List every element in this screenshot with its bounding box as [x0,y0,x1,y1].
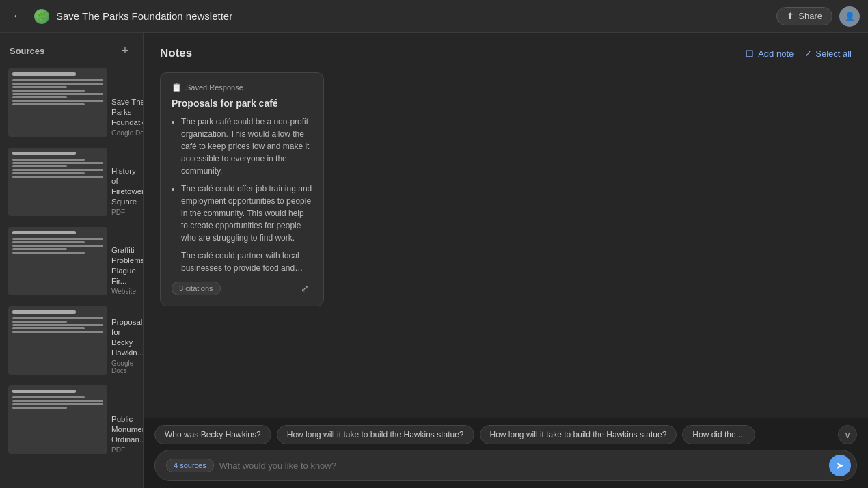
select-all-icon: ✓ [804,49,812,59]
select-all-label: Select all [815,49,852,59]
sidebar-item-source-2[interactable]: History of Firetower SquarePDF✓ [5,145,137,219]
sidebar-title: Sources [10,46,44,56]
sidebar-item-source-4[interactable]: Proposal for Becky Hawkin...Google Docs✓ [5,303,137,377]
add-note-icon: ☐ [746,49,754,59]
input-row: 4 sources ➤ [154,450,857,481]
citations-badge[interactable]: 3 citations [172,282,221,295]
add-source-button[interactable]: + [117,42,133,59]
select-all-button[interactable]: ✓ Select all [804,49,852,59]
note-bullet-3: The café could partner with local busine… [181,249,312,274]
share-label: Share [798,11,822,21]
source-thumb-source-2 [8,148,107,216]
sources-badge[interactable]: 4 sources [166,459,214,472]
saved-response-icon: 📋 [172,83,182,92]
source-type-source-4: Google Docs [111,360,144,375]
note-card: 📋 Saved Response Proposals for park café… [160,72,324,306]
source-type-source-5: PDF [111,446,144,454]
note-card-body: The park café could be a non-profit orga… [172,116,312,274]
source-type-source-3: Website [111,288,144,295]
note-card-footer: 3 citations ⤢ [172,281,312,296]
send-button[interactable]: ➤ [829,455,851,476]
source-name-source-3: Graffiti Problems Plague Fir... [111,245,144,286]
logo-icon: 🌿 [37,12,46,21]
suggested-questions: Who was Becky Hawkins?How long will it t… [154,425,857,444]
source-name-source-4: Proposal for Becky Hawkin... [111,317,144,358]
add-note-label: Add note [758,49,794,59]
source-name-source-5: Public Monuments Ordinan... [111,414,144,445]
expand-icon: ⤢ [301,283,309,294]
note-bullets-list: The park café could be a non-profit orga… [172,116,312,274]
notes-title: Notes [160,46,192,60]
sources-list: Save The Parks Foundation...Google Docs✓… [5,66,137,457]
notes-actions: ☐ Add note ✓ Select all [746,49,852,59]
bottom-bar: Who was Becky Hawkins?How long will it t… [144,418,868,488]
back-icon: ← [12,9,24,23]
chat-input[interactable] [219,461,824,471]
topbar: ← 🌿 Save The Parks Foundation newsletter… [0,0,868,33]
avatar-initials: 👤 [845,12,855,21]
notes-header: Notes ☐ Add note ✓ Select all [160,46,852,60]
source-type-source-2: PDF [111,208,144,216]
source-name-source-2: History of Firetower Square [111,166,144,207]
chevron-down-icon: ∨ [844,429,851,440]
share-icon: ⬆ [787,11,794,21]
note-tag-label: Saved Response [186,83,243,92]
sidebar-item-source-1[interactable]: Save The Parks Foundation...Google Docs✓ [5,66,137,139]
suggestion-chip-2[interactable]: How long will it take to build the Hawki… [277,425,474,444]
page-title: Save The Parks Foundation newsletter [56,10,770,22]
note-bullet-1: The park café could be a non-profit orga… [181,116,312,177]
note-bullet-2: The café could offer job training and em… [181,182,312,244]
back-button[interactable]: ← [8,7,27,26]
expand-button[interactable]: ⤢ [297,281,312,296]
sidebar-header: Sources + [5,40,137,66]
suggestion-chips: Who was Becky Hawkins?How long will it t… [154,425,832,444]
avatar[interactable]: 👤 [839,6,860,27]
sidebar-item-source-5[interactable]: Public Monuments Ordinan...PDF✓ [5,383,137,457]
sidebar: Sources + Save The Parks Foundation...Go… [0,33,144,488]
source-thumb-source-5 [8,385,107,454]
suggestion-chip-3[interactable]: How long will it take to build the Hawki… [480,425,677,444]
source-name-source-1: Save The Parks Foundation... [111,97,144,128]
sidebar-item-source-3[interactable]: Graffiti Problems Plague Fir...Website✓ [5,224,137,298]
source-thumb-source-1 [8,68,107,137]
app-logo: 🌿 [34,9,49,24]
note-card-tag: 📋 Saved Response [172,83,312,92]
note-card-title: Proposals for park café [172,98,312,109]
suggestion-chip-4[interactable]: How did the ... [682,425,755,444]
more-suggestions-button[interactable]: ∨ [838,425,857,444]
send-icon: ➤ [836,460,844,471]
add-note-button[interactable]: ☐ Add note [746,49,794,59]
share-button[interactable]: ⬆ Share [776,7,832,25]
add-source-icon: + [122,44,129,58]
source-thumb-source-4 [8,306,107,375]
suggestion-chip-1[interactable]: Who was Becky Hawkins? [154,425,271,444]
source-thumb-source-3 [8,227,107,295]
source-type-source-1: Google Docs [111,129,144,137]
